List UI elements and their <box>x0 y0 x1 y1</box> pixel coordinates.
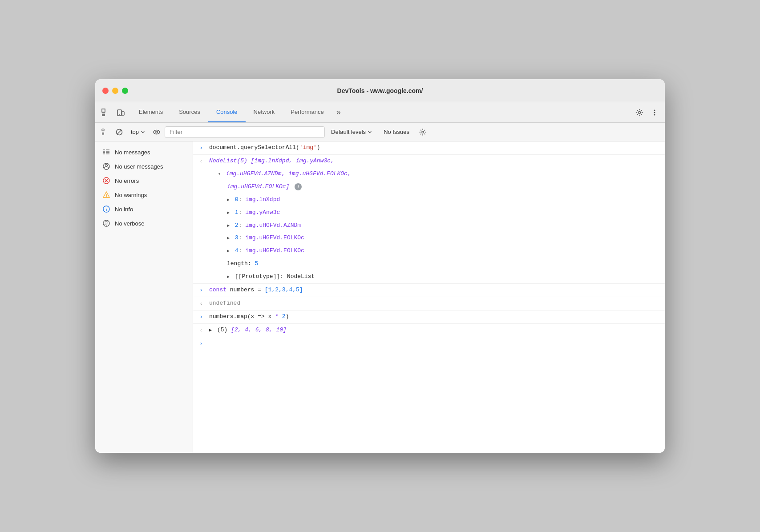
devtools-window: DevTools - www.google.com/ <box>95 79 665 453</box>
window-title: DevTools - www.google.com/ <box>337 87 423 94</box>
sidebar-item-user-messages[interactable]: No user messages <box>95 159 193 173</box>
live-expressions-button[interactable] <box>150 126 163 138</box>
svg-point-38 <box>106 225 107 226</box>
svg-point-7 <box>639 111 641 113</box>
tab-performance[interactable]: Performance <box>283 102 331 122</box>
context-selector[interactable]: top <box>127 128 149 136</box>
console-line-item-2: ▶ 2: img.uHGFVd.AZNDm <box>193 219 665 232</box>
console-input-arrow: › <box>193 143 209 153</box>
svg-point-29 <box>105 165 108 167</box>
svg-point-37 <box>105 224 105 225</box>
minimize-button[interactable] <box>112 88 118 94</box>
sidebar-label-user: No user messages <box>115 163 163 170</box>
inspect-element-icon[interactable] <box>99 106 112 119</box>
tab-network[interactable]: Network <box>246 102 283 122</box>
svg-point-18 <box>156 131 158 133</box>
console-sidebar: No messages No user messages No errors !… <box>95 141 193 453</box>
sidebar-item-all-messages[interactable]: No messages <box>95 145 193 159</box>
tab-elements[interactable]: Elements <box>131 102 171 122</box>
settings-icon[interactable] <box>633 106 646 119</box>
console-line-nodelist-2: ▾ img.uHGFVd.AZNDm, img.uHGFVd.EOLKOc, <box>193 168 665 181</box>
console-line-undefined: ‹ undefined <box>193 297 665 310</box>
console-line-result: ‹ ▶ (5) [2, 4, 6, 8, 10] <box>193 324 665 337</box>
sidebar-label-errors: No errors <box>115 177 139 184</box>
svg-rect-5 <box>122 112 124 115</box>
tab-console[interactable]: Console <box>208 102 246 122</box>
console-line-length: length: 5 <box>193 258 665 270</box>
sidebar-item-info[interactable]: i No info <box>95 202 193 216</box>
block-icon[interactable] <box>113 126 125 138</box>
tabs: Elements Sources Console Network Perform… <box>131 102 633 122</box>
warning-icon: ! <box>102 191 110 199</box>
svg-text:!: ! <box>106 193 107 197</box>
console-line-const: › const numbers = [1,2,3,4,5] <box>193 284 665 297</box>
tab-bar-left-icons <box>99 102 131 122</box>
tab-sources[interactable]: Sources <box>171 102 208 122</box>
list-icon <box>102 148 110 156</box>
sidebar-label-verbose: No verbose <box>115 220 144 227</box>
console-line-map: › numbers.map(x => x * 2) <box>193 310 665 324</box>
more-options-icon[interactable] <box>648 106 661 119</box>
error-icon <box>102 177 110 185</box>
console-line-item-0: ▶ 0: img.lnXdpd <box>193 193 665 206</box>
svg-rect-11 <box>102 129 104 131</box>
svg-point-9 <box>654 112 655 113</box>
close-button[interactable] <box>102 88 109 94</box>
sidebar-label-warnings: No warnings <box>115 192 147 198</box>
sidebar-item-errors[interactable]: No errors <box>95 173 193 188</box>
console-settings-icon[interactable] <box>416 126 429 138</box>
tab-bar-right-icons <box>633 102 661 122</box>
sidebar-item-warnings[interactable]: ! No warnings <box>95 188 193 202</box>
console-line-1: › document.querySelectorAll('img') <box>193 141 665 155</box>
console-output[interactable]: › document.querySelectorAll('img') ‹ Nod… <box>193 141 665 453</box>
console-prompt-line[interactable]: › <box>193 337 665 350</box>
clear-console-button[interactable] <box>99 126 111 138</box>
svg-point-8 <box>654 109 655 111</box>
console-line-prototype: ▶ [[Prototype]]: NodeList <box>193 270 665 284</box>
sidebar-item-verbose[interactable]: No verbose <box>95 216 193 230</box>
svg-line-16 <box>117 130 121 134</box>
console-line-item-1: ▶ 1: img.yAnw3c <box>193 206 665 219</box>
sidebar-label-all: No messages <box>115 149 150 156</box>
maximize-button[interactable] <box>122 88 128 94</box>
verbose-icon <box>102 219 110 227</box>
log-level-selector[interactable]: Default levels <box>327 127 376 137</box>
console-line-item-3: ▶ 3: img.uHGFVd.EOLKOc <box>193 232 665 245</box>
svg-point-17 <box>154 130 160 134</box>
window-controls <box>102 88 128 94</box>
info-icon: i <box>102 205 110 213</box>
issues-counter[interactable]: No Issues <box>378 127 415 137</box>
console-line-item-4: ▶ 4: img.uHGFVd.EOLKOc <box>193 245 665 258</box>
more-tabs-button[interactable]: » <box>332 102 345 122</box>
console-toolbar: top Default levels No Issues <box>95 123 665 141</box>
user-icon <box>102 162 110 170</box>
svg-text:i: i <box>106 207 107 212</box>
main-content: No messages No user messages No errors !… <box>95 141 665 453</box>
svg-point-10 <box>654 114 655 115</box>
filter-input[interactable] <box>165 126 325 138</box>
svg-point-19 <box>422 131 424 133</box>
console-line-nodelist-3: img.uHGFVd.EOLKOc] i <box>193 181 665 193</box>
sidebar-label-info: No info <box>115 206 133 213</box>
svg-rect-0 <box>102 109 105 112</box>
titlebar: DevTools - www.google.com/ <box>95 79 665 102</box>
device-toolbar-icon[interactable] <box>114 106 127 119</box>
console-line-nodelist: ‹ NodeList(5) [img.lnXdpd, img.yAnw3c, <box>193 155 665 168</box>
tab-bar: Elements Sources Console Network Perform… <box>95 102 665 123</box>
